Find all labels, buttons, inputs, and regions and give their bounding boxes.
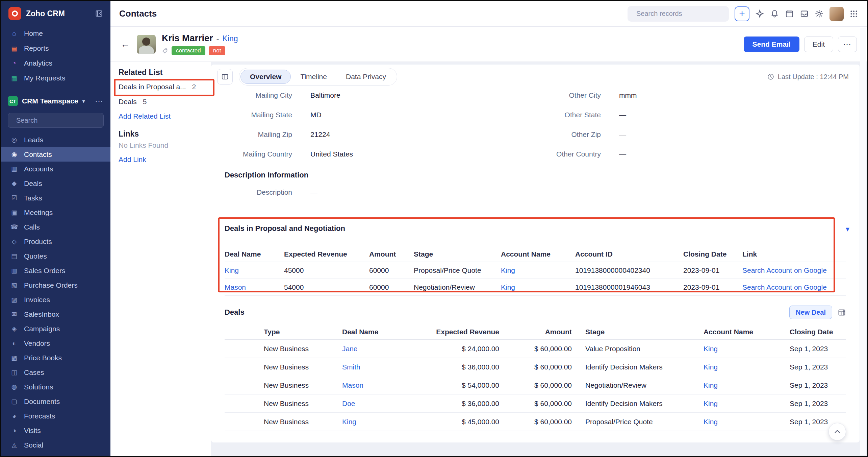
- collapse-panel-button[interactable]: [217, 69, 233, 85]
- user-avatar[interactable]: [829, 7, 844, 21]
- add-link-link[interactable]: Add Link: [119, 152, 205, 167]
- app-title: Zoho CRM: [26, 9, 65, 18]
- deal-name-link[interactable]: Mason: [225, 283, 284, 291]
- account-link[interactable]: King: [223, 34, 238, 43]
- deal-name-link[interactable]: Doe: [342, 400, 400, 408]
- account-name-link[interactable]: King: [704, 418, 790, 426]
- deals-table-body: New Business Jane $ 24,000.00 $ 60,000.0…: [225, 340, 846, 431]
- send-email-button[interactable]: Send Email: [744, 37, 799, 52]
- sidebar-item[interactable]: ⌂ Home: [1, 26, 110, 41]
- expected-revenue-cell: $ 54,000.00: [400, 381, 499, 389]
- last-update-text: Last Update : 12:44 PM: [778, 73, 849, 81]
- tag-not[interactable]: not: [209, 46, 226, 55]
- record-tab[interactable]: Overview: [240, 70, 291, 84]
- sidebar-module-item[interactable]: ◍ Solutions: [1, 380, 110, 394]
- related-list-item[interactable]: Deals in Proposal a... 2: [119, 79, 205, 94]
- chevron-down-icon: ▾: [82, 98, 85, 104]
- sidebar-module-item[interactable]: ▢ Documents: [1, 394, 110, 409]
- sidebar-module-item[interactable]: ◬ Social: [1, 438, 110, 452]
- module-label: Calls: [24, 223, 40, 231]
- deal-name-link[interactable]: King: [342, 418, 400, 426]
- field-row: Mailing Zip 21224 Other Zip —: [225, 125, 846, 144]
- scrollbar-track[interactable]: [860, 28, 866, 455]
- related-list-item[interactable]: Deals 5: [119, 94, 205, 109]
- module-icon: ☑: [10, 194, 19, 202]
- sidebar-module-item[interactable]: ▣ Meetings: [1, 205, 110, 220]
- record-tab[interactable]: Timeline: [291, 70, 336, 84]
- sidebar-module-item[interactable]: ▦ Accounts: [1, 162, 110, 176]
- sidebar-module-item[interactable]: ☎ Calls: [1, 220, 110, 234]
- account-name-link[interactable]: King: [704, 363, 790, 371]
- sidebar-module-item[interactable]: ◈ Campaigns: [1, 321, 110, 336]
- sidebar-module-item[interactable]: ◆ Deals: [1, 176, 110, 191]
- zia-icon[interactable]: [755, 9, 764, 18]
- sidebar-search[interactable]: [8, 113, 104, 128]
- module-label: Campaigns: [24, 325, 60, 333]
- sidebar-module-item[interactable]: ⊕ Google Ads: [1, 452, 110, 456]
- back-arrow-button[interactable]: ←: [121, 39, 130, 50]
- sidebar-module-item[interactable]: ☑ Tasks: [1, 191, 110, 205]
- more-actions-button[interactable]: ⋯: [838, 37, 857, 52]
- global-search[interactable]: [628, 6, 729, 22]
- sidebar-module-item[interactable]: ◑ Visits: [1, 423, 110, 438]
- contact-photo[interactable]: [137, 35, 156, 54]
- account-name-link[interactable]: King: [704, 381, 790, 389]
- stage-cell: Value Proposition: [572, 345, 704, 353]
- sidebar-module-item[interactable]: ▧ Purchase Orders: [1, 278, 110, 292]
- collapse-sidebar-icon[interactable]: [95, 9, 103, 18]
- table-settings-icon[interactable]: [838, 308, 846, 317]
- teamspace-selector[interactable]: CT CRM Teamspace ▾ ⋯: [1, 93, 110, 110]
- global-search-input[interactable]: [636, 10, 726, 18]
- apps-grid-icon[interactable]: [849, 9, 858, 18]
- account-name-link[interactable]: King: [704, 400, 790, 408]
- sidebar-module-item[interactable]: ✉ SalesInbox: [1, 307, 110, 321]
- search-account-google-link[interactable]: Search Account on Google: [742, 283, 846, 291]
- sidebar-module-item[interactable]: ◐ Vendors: [1, 336, 110, 351]
- module-label: Cases: [24, 368, 44, 377]
- add-related-list-link[interactable]: Add Related List: [119, 109, 205, 123]
- sidebar-module-item[interactable]: ▨ Invoices: [1, 292, 110, 307]
- sidebar-module-item[interactable]: ◇ Products: [1, 234, 110, 249]
- sidebar-module-item[interactable]: ◕ Forecasts: [1, 409, 110, 423]
- sidebar-search-input[interactable]: [16, 117, 106, 124]
- col-header: Type: [264, 328, 342, 336]
- tag-contacted[interactable]: contacted: [172, 46, 205, 55]
- deal-name-link[interactable]: Jane: [342, 345, 400, 353]
- section-collapse-caret-icon[interactable]: ▾: [846, 225, 849, 234]
- deal-row: New Business Smith $ 36,000.00 $ 60,000.…: [225, 358, 846, 376]
- deal-name-link[interactable]: King: [225, 266, 284, 274]
- topbar-actions: +: [628, 6, 858, 22]
- sidebar-module-item[interactable]: ▤ Quotes: [1, 249, 110, 263]
- sidebar-module-item[interactable]: ◎ Leads: [1, 133, 110, 147]
- sidebar-item[interactable]: ▤ Reports: [1, 41, 110, 56]
- amount-cell: $ 60,000.00: [499, 363, 572, 371]
- last-update: Last Update : 12:44 PM: [767, 73, 853, 81]
- calendar-icon[interactable]: [785, 9, 794, 18]
- module-icon: ▥: [10, 267, 19, 274]
- field-label: Other State: [500, 111, 601, 119]
- closing-date-cell: Sep 1, 2023: [790, 345, 846, 353]
- create-record-button[interactable]: +: [735, 6, 749, 21]
- deal-name-link[interactable]: Mason: [342, 381, 400, 389]
- sidebar-module-item[interactable]: ◉ Contacts: [1, 147, 110, 162]
- new-deal-button[interactable]: New Deal: [789, 306, 832, 319]
- sidebar-module-item[interactable]: ▩ Price Books: [1, 351, 110, 365]
- teamspace-more-icon[interactable]: ⋯: [95, 96, 104, 106]
- search-account-google-link[interactable]: Search Account on Google: [742, 266, 846, 274]
- mail-inbox-icon[interactable]: [800, 9, 809, 18]
- account-id-cell: 1019138000001946043: [575, 283, 683, 291]
- sidebar-module-item[interactable]: ▥ Sales Orders: [1, 263, 110, 278]
- sidebar-module-item[interactable]: ◫ Cases: [1, 365, 110, 380]
- scroll-to-top-button[interactable]: [828, 423, 846, 440]
- record-tab[interactable]: Data Privacy: [336, 70, 395, 84]
- topbar: Contacts +: [110, 1, 867, 27]
- sidebar-item[interactable]: ◔ Analytics: [1, 56, 110, 71]
- account-name-link[interactable]: King: [704, 345, 790, 353]
- notifications-bell-icon[interactable]: [770, 9, 779, 18]
- sidebar-item[interactable]: ▦ My Requests: [1, 71, 110, 86]
- account-name-link[interactable]: King: [501, 266, 575, 274]
- edit-button[interactable]: Edit: [804, 37, 833, 52]
- account-name-link[interactable]: King: [501, 283, 575, 291]
- deal-name-link[interactable]: Smith: [342, 363, 400, 371]
- settings-gear-icon[interactable]: [815, 9, 824, 18]
